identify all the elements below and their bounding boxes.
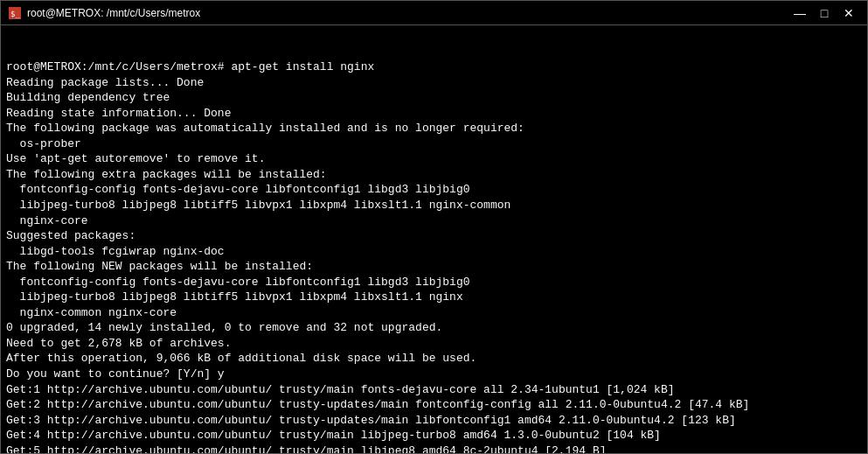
window-controls: — □ ✕ xyxy=(788,4,860,22)
terminal-line: Do you want to continue? [Y/n] y xyxy=(6,367,862,382)
terminal-line: 0 upgraded, 14 newly installed, 0 to rem… xyxy=(6,320,862,336)
terminal-line: Reading state information... Done xyxy=(6,106,862,122)
terminal-line: libjpeg-turbo8 libjpeg8 libtiff5 libvpx1… xyxy=(6,290,862,305)
terminal-line: Get:3 http://archive.ubuntu.com/ubuntu/ … xyxy=(6,413,862,429)
maximize-button[interactable]: □ xyxy=(813,4,836,22)
terminal-line: libgd-tools fcgiwrap nginx-doc xyxy=(6,244,862,260)
title-bar-left: $_ root@METROX: /mnt/c/Users/metrox xyxy=(8,6,200,20)
terminal-line: fontconfig-config fonts-dejavu-core libf… xyxy=(6,275,862,290)
svg-text:$_: $_ xyxy=(10,10,20,18)
terminal-line: libjpeg-turbo8 libjpeg8 libtiff5 libvpx1… xyxy=(6,198,862,213)
terminal-line: The following NEW packages will be insta… xyxy=(6,259,862,275)
window-title: root@METROX: /mnt/c/Users/metrox xyxy=(27,7,200,19)
terminal-line: Suggested packages: xyxy=(6,228,862,244)
terminal-line: Use 'apt-get autoremove' to remove it. xyxy=(6,151,862,167)
terminal-line: Need to get 2,678 kB of archives. xyxy=(6,336,862,352)
terminal-line: Get:1 http://archive.ubuntu.com/ubuntu/ … xyxy=(6,382,862,398)
terminal-line: The following package was automatically … xyxy=(6,121,862,136)
title-bar: $_ root@METROX: /mnt/c/Users/metrox — □ … xyxy=(1,1,867,25)
terminal-line: Get:4 http://archive.ubuntu.com/ubuntu/ … xyxy=(6,428,862,444)
terminal-window: $_ root@METROX: /mnt/c/Users/metrox — □ … xyxy=(0,0,868,454)
terminal-line: nginx-core xyxy=(6,213,862,229)
terminal-line: root@METROX:/mnt/c/Users/metrox# apt-get… xyxy=(6,59,862,75)
terminal-line: Building dependency tree xyxy=(6,90,862,106)
terminal-line: fontconfig-config fonts-dejavu-core libf… xyxy=(6,182,862,198)
terminal-line: Get:5 http://archive.ubuntu.com/ubuntu/ … xyxy=(6,444,862,453)
terminal-output[interactable]: root@METROX:/mnt/c/Users/metrox# apt-get… xyxy=(1,25,867,453)
terminal-line: The following extra packages will be ins… xyxy=(6,167,862,183)
terminal-line: After this operation, 9,066 kB of additi… xyxy=(6,351,862,367)
terminal-line: Get:2 http://archive.ubuntu.com/ubuntu/ … xyxy=(6,397,862,413)
terminal-line: Reading package lists... Done xyxy=(6,75,862,91)
terminal-line: os-prober xyxy=(6,136,862,152)
terminal-icon: $_ xyxy=(8,6,22,20)
minimize-button[interactable]: — xyxy=(788,4,811,22)
close-button[interactable]: ✕ xyxy=(837,4,860,22)
terminal-line: nginx-common nginx-core xyxy=(6,305,862,321)
